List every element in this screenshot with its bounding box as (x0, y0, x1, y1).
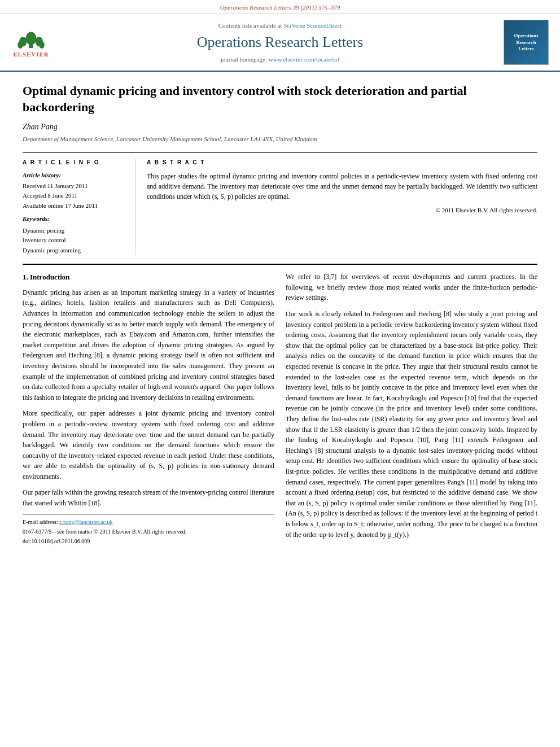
journal-header: ELSEVIER Contents lists available at Sci… (0, 14, 560, 72)
sciverse-line: Contents lists available at SciVerse Sci… (62, 21, 498, 30)
journal-bar: Operations Research Letters 39 (2011) 37… (0, 0, 560, 14)
issn-line: 0167-6377/$ – see front matter © 2011 El… (23, 527, 274, 536)
body-para-5: Our work is closely related to Federgrue… (286, 309, 537, 540)
section1-heading: 1. Introduction (23, 272, 274, 283)
received-date: Received 11 January 2011 (23, 182, 126, 190)
author-affiliation: Department of Management Science, Lancas… (23, 135, 537, 143)
homepage-link[interactable]: www.elsevier.com/locate/orl (269, 56, 340, 63)
orl-logo-box: Operations Research Letters (504, 20, 549, 65)
body-para-2: More specifically, our paper addresses a… (23, 408, 274, 482)
orl-logo-area: Operations Research Letters (504, 20, 549, 65)
available-date: Available online 17 June 2011 (23, 202, 126, 210)
svg-point-1 (25, 32, 36, 45)
journal-title-area: Contents lists available at SciVerse Sci… (62, 21, 498, 64)
sciverse-link[interactable]: SciVerse ScienceDirect (283, 22, 342, 29)
orl-line1: Operations (514, 33, 538, 40)
body-para-1: Dynamic pricing has arisen as an importa… (23, 287, 274, 403)
elsevier-logo-area: ELSEVIER (6, 27, 56, 59)
article-title: Optimal dynamic pricing and inventory co… (23, 83, 537, 115)
svg-point-5 (39, 41, 45, 48)
body-section: 1. Introduction Dynamic pricing has aris… (23, 264, 537, 546)
keywords-label: Keywords: (23, 215, 126, 223)
keyword-2: Inventory control (23, 235, 126, 246)
footnote-email-line: E-mail address: z.pang@lancaster.ac.uk (23, 518, 274, 526)
abstract-heading: A B S T R A C T (147, 159, 537, 167)
homepage-line: journal homepage: www.elsevier.com/locat… (62, 55, 498, 64)
main-content: Optimal dynamic pricing and inventory co… (0, 72, 560, 557)
keyword-3: Dynamic programming (23, 246, 126, 256)
journal-title: Operations Research Letters (62, 32, 498, 53)
keyword-1: Dynamic pricing (23, 226, 126, 236)
article-info-heading: A R T I C L E I N F O (23, 159, 126, 167)
elsevier-wordmark: ELSEVIER (13, 50, 49, 59)
email-link[interactable]: z.pang@lancaster.ac.uk (59, 519, 112, 525)
svg-point-4 (18, 41, 23, 48)
orl-line2: Research (514, 40, 538, 46)
info-abstract-section: A R T I C L E I N F O Article history: R… (23, 152, 537, 256)
body-col-right: We refer to [3,7] for overviews of recen… (286, 272, 537, 546)
history-label: Article history: (23, 171, 126, 180)
abstract-col: A B S T R A C T This paper studies the o… (147, 159, 537, 256)
abstract-text: This paper studies the optimal dynamic p… (147, 171, 537, 202)
body-col-left: 1. Introduction Dynamic pricing has aris… (23, 272, 274, 546)
body-para-3: Our paper falls within the growing resea… (23, 487, 274, 508)
copyright-line: © 2011 Elsevier B.V. All rights reserved… (147, 206, 537, 215)
footnote-area: E-mail address: z.pang@lancaster.ac.uk 0… (23, 514, 274, 545)
orl-line3: Letters (514, 46, 538, 53)
body-para-4: We refer to [3,7] for overviews of recen… (286, 272, 537, 303)
journal-citation: Operations Research Letters 39 (2011) 37… (220, 4, 340, 11)
author-name: Zhan Pang (23, 121, 537, 133)
accepted-date: Accepted 8 June 2011 (23, 191, 126, 200)
email-label: E-mail address: (23, 519, 58, 525)
keywords-list: Dynamic pricing Inventory control Dynami… (23, 226, 126, 256)
article-info-col: A R T I C L E I N F O Article history: R… (23, 159, 135, 256)
elsevier-tree-icon (14, 27, 48, 49)
doi-line: doi:10.1016/j.orl.2011.06.009 (23, 537, 274, 545)
